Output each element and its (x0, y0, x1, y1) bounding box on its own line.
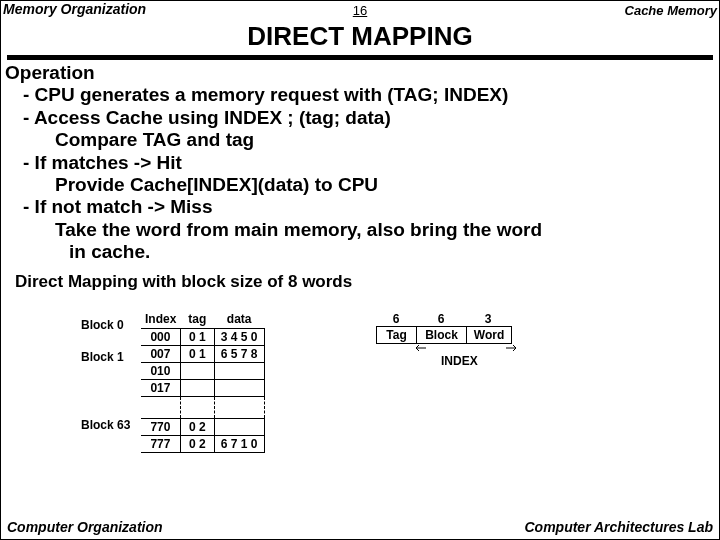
cell-tag (180, 362, 214, 379)
cell-data (214, 418, 264, 435)
width-tag: 6 (376, 312, 416, 326)
field-word: Word (467, 327, 511, 343)
step-hit: - If matches -> Hit (5, 152, 715, 174)
cell-index: 007 (141, 345, 180, 362)
th-index: Index (141, 312, 180, 329)
cell-index: 770 (141, 418, 180, 435)
cell-tag: 0 1 (180, 345, 214, 362)
field-tag: Tag (377, 327, 417, 343)
table-row: 770 0 2 (141, 418, 264, 435)
header-page-number: 16 (353, 3, 367, 18)
th-data: data (214, 312, 264, 329)
section-label: Direct Mapping with block size of 8 word… (15, 272, 719, 292)
header-left: Memory Organization (3, 1, 146, 17)
table-row: 000 0 1 3 4 5 0 (141, 328, 264, 345)
arrow-right-icon (506, 344, 518, 352)
cell-index: 000 (141, 328, 180, 345)
block-0-label: Block 0 (81, 318, 124, 332)
step-provide: Provide Cache[INDEX](data) to CPU (5, 174, 715, 196)
step-cpu-request: - CPU generates a memory request with (T… (5, 84, 715, 106)
cache-table: Index tag data 000 0 1 3 4 5 0 007 0 1 6… (141, 312, 265, 453)
cell-tag (180, 379, 214, 396)
block-63-label: Block 63 (81, 418, 130, 432)
step-fetch: Take the word from main memory, also bri… (5, 219, 715, 241)
step-miss: - If not match -> Miss (5, 196, 715, 218)
arrow-left-icon (414, 344, 426, 352)
width-word: 3 (466, 312, 510, 326)
table-row: 010 (141, 362, 264, 379)
cache-diagram: Block 0 Block 1 Block 63 Index tag data … (81, 298, 719, 458)
cell-data (214, 379, 264, 396)
body-text: Operation - CPU generates a memory reque… (1, 60, 719, 264)
cell-tag: 0 2 (180, 418, 214, 435)
slide-title: DIRECT MAPPING (1, 21, 719, 52)
cell-index: 777 (141, 435, 180, 452)
footer-right: Computer Architectures Lab (524, 519, 713, 535)
table-row: 007 0 1 6 5 7 8 (141, 345, 264, 362)
cell-tag: 0 1 (180, 328, 214, 345)
step-fetch-2: in cache. (5, 241, 715, 263)
operation-heading: Operation (5, 62, 715, 84)
slide-header: Memory Organization 16 Cache Memory (1, 1, 719, 19)
cell-data: 6 7 1 0 (214, 435, 264, 452)
cell-index: 017 (141, 379, 180, 396)
table-row: 017 (141, 379, 264, 396)
step-compare: Compare TAG and tag (5, 129, 715, 151)
index-label: INDEX (441, 354, 478, 368)
field-boxes: Tag Block Word (376, 326, 512, 344)
table-header-row: Index tag data (141, 312, 264, 329)
width-block: 6 (416, 312, 466, 326)
field-widths: 6 6 3 (376, 312, 512, 326)
cell-tag: 0 2 (180, 435, 214, 452)
header-right: Cache Memory (625, 3, 717, 18)
cell-data: 6 5 7 8 (214, 345, 264, 362)
footer-left: Computer Organization (7, 519, 163, 535)
address-fields: 6 6 3 Tag Block Word (376, 312, 512, 344)
slide-direct-mapping: Memory Organization 16 Cache Memory DIRE… (0, 0, 720, 540)
table-row: 777 0 2 6 7 1 0 (141, 435, 264, 452)
block-1-label: Block 1 (81, 350, 124, 364)
cell-data: 3 4 5 0 (214, 328, 264, 345)
th-tag: tag (180, 312, 214, 329)
cell-data (214, 362, 264, 379)
cell-index: 010 (141, 362, 180, 379)
step-access-cache: - Access Cache using INDEX ; (tag; data) (5, 107, 715, 129)
field-block: Block (417, 327, 467, 343)
table-gap-row (141, 396, 264, 418)
